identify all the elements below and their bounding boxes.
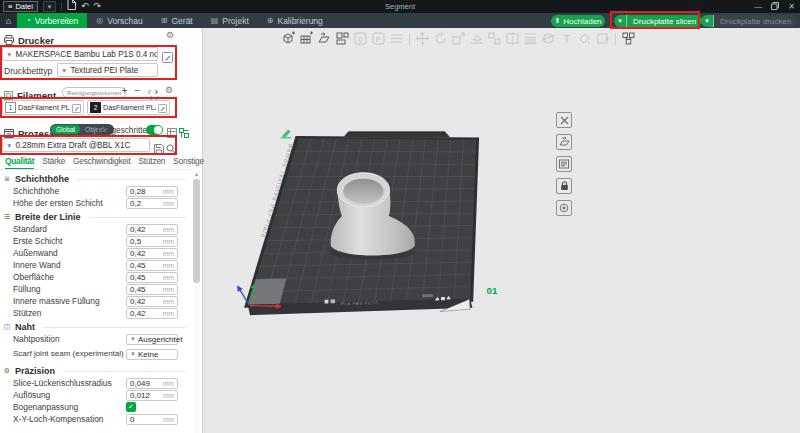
close-icon[interactable]: ✕ [788, 2, 795, 11]
tab-geraet[interactable]: ⊞ Gerät [152, 13, 202, 28]
param-input[interactable]: 0,28mm [126, 186, 178, 197]
param-input[interactable]: 0,42mm [126, 296, 178, 307]
param-row: Innere massive Füllung 0,42mm [0, 295, 191, 307]
restore-icon[interactable] [771, 2, 779, 12]
tab-vorbereiten[interactable]: ◔ Vorbereiten [17, 13, 87, 28]
param-input[interactable]: 0,2mm [126, 198, 178, 209]
seam-paint-icon [595, 31, 610, 46]
scope-global-button[interactable]: Global [51, 125, 80, 134]
compare-presets-icon[interactable] [179, 124, 189, 142]
edit-plate-name-icon[interactable] [281, 129, 291, 138]
slice-plate-button[interactable]: Druckplatte slicen [627, 15, 702, 27]
param-row: Schichthöhe 0,28mm [0, 185, 191, 197]
param-input[interactable]: 0,42mm [126, 224, 178, 235]
auto-orient-icon[interactable] [317, 31, 332, 46]
window-title: Segment [0, 0, 800, 13]
rotate-icon [433, 31, 448, 46]
chevron-down-icon: ▼ [130, 336, 136, 342]
add-plate-icon[interactable] [299, 31, 314, 46]
param-input[interactable]: 0mm [126, 414, 178, 425]
advanced-label: Fortgeschritten [97, 126, 152, 135]
filament-2-edit-icon[interactable] [158, 99, 167, 117]
plate-lock-icon[interactable] [556, 178, 572, 194]
param-input[interactable]: 0,42mm [126, 248, 178, 259]
printer-edit-icon[interactable] [162, 49, 173, 60]
plate-orient-icon[interactable] [556, 200, 572, 216]
param-select[interactable]: ▼Ausgerichtet [126, 334, 178, 345]
plate-number-label[interactable]: 01 [487, 285, 498, 296]
assembly-view-icon[interactable] [621, 31, 636, 46]
remove-filament-button[interactable]: − [133, 86, 142, 96]
svg-text:0: 0 [358, 35, 363, 44]
tab-sonstige[interactable]: Sonstige [173, 156, 204, 170]
upload-icon: ⬆ [554, 17, 560, 25]
tab-vorschau[interactable]: ◎ Vorschau [87, 13, 151, 28]
x-axis-arrow [250, 305, 280, 306]
tab-geschwindigkeit[interactable]: Geschwindigkeit [73, 156, 130, 170]
sidebar: Drucker ⚙ ▼ MAKERSPACE Bambu Lab P1S 0.4… [0, 28, 203, 433]
zero-badge-icon: 0 [353, 31, 368, 46]
chevron-down-icon: ▼ [6, 51, 12, 58]
main-tabs: ◔ Vorbereiten ◎ Vorschau ⊞ Gerät ▤ Proje… [17, 13, 332, 28]
filament-1-index: 1 [5, 102, 16, 113]
chevron-down-icon: ▼ [61, 67, 67, 74]
minimize-icon[interactable]: — [754, 2, 762, 11]
param-input[interactable]: 0,45mm [126, 260, 178, 271]
filament-slot-2[interactable]: 2 DasFilament PLA 1 [87, 100, 170, 115]
tab-kalibrierung[interactable]: ⊕ Kalibrierung [258, 13, 332, 28]
param-input[interactable]: 0,012mm [126, 390, 178, 401]
process-preset-select[interactable]: ▼ 0.28mm Extra Draft @BBL X1C [2, 138, 150, 152]
tab-qualitaet[interactable]: Qualität [5, 156, 34, 170]
flush-volumes-button[interactable]: Reinigungsvolumen [62, 87, 126, 98]
slice-dropdown-button[interactable]: ▼ [614, 15, 627, 27]
tab-stuetzen[interactable]: Stützen [139, 156, 166, 170]
line-width-icon: ☰ [3, 213, 11, 221]
variable-layer-height-icon [523, 31, 538, 46]
model-inner-hole [343, 179, 383, 204]
advanced-toggle[interactable] [146, 125, 163, 135]
build-plate-scene: PLA ABS PETG Bambu Textured PEI Plate 01 [203, 28, 800, 433]
param-input[interactable]: 0,049mm [126, 378, 178, 389]
filament-slot-1[interactable]: 1 DasFilament PLA 1 [2, 100, 84, 115]
add-object-icon[interactable] [281, 31, 296, 46]
param-row: Innere Wand 0,45mm [0, 259, 191, 271]
add-filament-button[interactable]: + [120, 86, 129, 96]
plate-arrange-icon[interactable] [556, 134, 572, 150]
plate-delete-icon[interactable] [556, 112, 572, 128]
param-row: Füllung 0,45mm [0, 283, 191, 295]
param-row: Auflösung 0,012mm [0, 389, 191, 401]
layer-height-icon: ≣ [3, 175, 11, 183]
arrange-icon[interactable] [335, 31, 350, 46]
z-axis-arrow [238, 287, 248, 304]
tab-projekt[interactable]: ▤ Projekt [202, 13, 258, 28]
plate-settings-list-icon[interactable] [556, 156, 572, 172]
print-dropdown-button[interactable]: ▼ [701, 15, 714, 27]
viewport-toolbar: 0 P T [281, 31, 636, 46]
sidebar-scrollbar-thumb[interactable] [193, 179, 200, 283]
param-row: Slice-Lückenschlussradius 0,049mm [0, 377, 191, 389]
param-input[interactable]: 0,42mm [126, 308, 178, 319]
section-header: ⚙ Präzision [0, 365, 191, 377]
param-input[interactable]: 0,45mm [126, 272, 178, 283]
bed-type-select[interactable]: ▼ Textured PEI Plate [57, 63, 158, 77]
prepare-icon: ◔ [26, 16, 31, 25]
print-plate-button[interactable]: Druckplatte drucken [714, 15, 797, 27]
printer-settings-gear-icon[interactable]: ⚙ [166, 30, 174, 40]
titlebar: ≡ Datei ▼ ↶ ↷ Segment — ✕ [0, 0, 800, 13]
viewport-3d[interactable]: 0 P T [203, 28, 800, 433]
param-input[interactable]: 0,45mm [126, 284, 178, 295]
plate-band-text: PLA ABS PETG [341, 300, 379, 306]
filament-1-edit-icon[interactable] [72, 99, 81, 117]
printer-preset-select[interactable]: ▼ MAKERSPACE Bambu Lab P1S 0.4 nozzle [2, 47, 158, 61]
filament-settings-gear-icon[interactable]: ⚙ [165, 85, 173, 95]
tab-staerke[interactable]: Stärke [42, 156, 65, 170]
move-icon [415, 31, 430, 46]
scrollbar-up-arrow[interactable]: ▲ [193, 171, 200, 177]
arc-fitting-checkbox-checked[interactable]: ✓ [126, 402, 136, 412]
param-input[interactable]: 0,5mm [126, 236, 178, 247]
upload-button[interactable]: ⬆ Hochladen [551, 15, 605, 27]
param-select[interactable]: ▼Keine [126, 349, 178, 360]
home-icon: ⌂ [6, 16, 11, 26]
home-button[interactable]: ⌂ [0, 13, 17, 28]
parameter-tabs: Qualität Stärke Geschwindigkeit Stützen … [5, 156, 204, 170]
